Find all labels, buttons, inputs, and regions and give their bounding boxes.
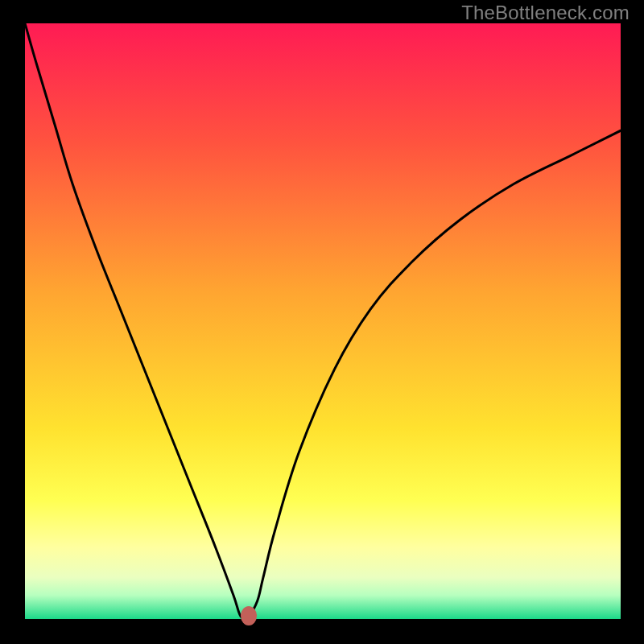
- watermark-text: TheBottleneck.com: [461, 2, 630, 24]
- chart-container: TheBottleneck.com: [0, 0, 644, 644]
- optimum-marker: [241, 606, 257, 625]
- bottleneck-curve: [25, 23, 621, 619]
- plot-area: [25, 23, 621, 619]
